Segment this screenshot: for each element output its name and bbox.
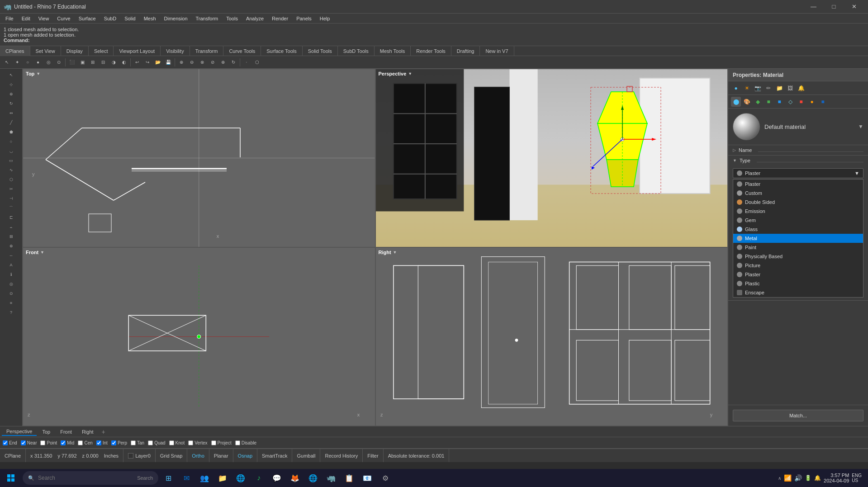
- tab-solid-tools[interactable]: Solid Tools: [303, 46, 338, 56]
- taskbar-chevron-icon[interactable]: ∧: [778, 476, 781, 481]
- tool-offset[interactable]: ⊏: [2, 213, 20, 222]
- toolbar-select-icon[interactable]: ↖: [2, 57, 12, 67]
- windows-start-button[interactable]: [3, 470, 19, 486]
- menu-analyze[interactable]: Analyze: [242, 15, 267, 22]
- prop-blue2-icon[interactable]: ■: [818, 97, 828, 107]
- snap-perp-checkbox[interactable]: [111, 440, 116, 445]
- toolbar-shade-icon[interactable]: ◑: [109, 57, 119, 67]
- menu-file[interactable]: File: [2, 15, 17, 22]
- toolbar-rotate-icon[interactable]: ↻: [228, 57, 238, 67]
- taskbar-rhino-icon[interactable]: 🦏: [323, 470, 339, 486]
- snap-knot[interactable]: Knot: [169, 440, 185, 445]
- snap-end-checkbox[interactable]: [3, 440, 8, 445]
- snap-cen[interactable]: Cen: [78, 440, 92, 445]
- taskbar-chrome-icon[interactable]: 🌐: [305, 470, 321, 486]
- snap-tan[interactable]: Tan: [131, 440, 144, 445]
- menu-surface[interactable]: Surface: [75, 15, 100, 22]
- snap-cen-checkbox[interactable]: [78, 440, 83, 445]
- tool-line[interactable]: ╱: [2, 118, 20, 127]
- type-option-double-sided[interactable]: Double Sided: [733, 198, 863, 207]
- tool-rotate[interactable]: ↻: [2, 99, 20, 108]
- menu-view[interactable]: View: [35, 15, 53, 22]
- menu-help[interactable]: Help: [316, 15, 334, 22]
- tool-scale[interactable]: ⇔: [2, 109, 20, 118]
- taskbar-outlook-icon[interactable]: 📧: [359, 470, 375, 486]
- toolbar-pan-icon[interactable]: ⊕: [218, 57, 228, 67]
- snap-mid-checkbox[interactable]: [61, 440, 66, 445]
- prop-image-icon[interactable]: 🖼: [785, 83, 795, 93]
- prop-blue-icon[interactable]: ■: [774, 97, 784, 107]
- tab-new-v7[interactable]: New in V7: [480, 46, 514, 56]
- toolbar-shade2-icon[interactable]: ◐: [119, 57, 129, 67]
- status-filter[interactable]: Filter: [363, 449, 383, 462]
- tab-drafting[interactable]: Drafting: [451, 46, 480, 56]
- prop-sphere-icon[interactable]: ⬤: [731, 97, 741, 107]
- tool-analyze[interactable]: ℹ: [2, 270, 20, 279]
- maximize-button[interactable]: □: [824, 0, 844, 14]
- status-smarttrack[interactable]: SmartTrack: [257, 449, 292, 462]
- viewport-right[interactable]: Right ▼: [375, 247, 728, 426]
- snap-point-checkbox[interactable]: [40, 440, 45, 445]
- type-option-plastic[interactable]: Plastic: [733, 279, 863, 288]
- snap-knot-checkbox[interactable]: [169, 440, 174, 445]
- viewport-tab-perspective[interactable]: Perspective: [2, 428, 37, 436]
- snap-project-checkbox[interactable]: [211, 440, 216, 445]
- type-option-custom[interactable]: Custom: [733, 189, 863, 198]
- viewport-top[interactable]: Top ▼: [23, 69, 375, 247]
- snap-vertex-checkbox[interactable]: [188, 440, 193, 445]
- tool-freeform[interactable]: ∿: [2, 165, 20, 175]
- type-option-plaster-top[interactable]: Plaster: [733, 180, 863, 189]
- close-button[interactable]: ✕: [844, 0, 864, 14]
- type-option-physically-based[interactable]: Physically Based: [733, 252, 863, 261]
- snap-quad[interactable]: Quad: [148, 440, 165, 445]
- tool-dim[interactable]: ↔: [2, 251, 20, 260]
- status-ortho[interactable]: Ortho: [187, 449, 209, 462]
- status-grid-snap[interactable]: Grid Snap: [156, 449, 188, 462]
- snap-vertex[interactable]: Vertex: [188, 440, 207, 445]
- taskbar-search-input[interactable]: [38, 475, 133, 481]
- tab-transform[interactable]: Transform: [190, 46, 224, 56]
- menu-solid[interactable]: Solid: [121, 15, 139, 22]
- toolbar-cube-icon[interactable]: ⬛: [67, 57, 77, 67]
- tool-poly[interactable]: ⬟: [2, 128, 20, 137]
- tool-boolean[interactable]: ⊕: [2, 241, 20, 251]
- snap-disable[interactable]: Disable: [235, 440, 256, 445]
- viewport-front[interactable]: Front ▼: [23, 247, 375, 426]
- tool-select2[interactable]: ⊹: [2, 80, 20, 89]
- taskbar-explorer-icon[interactable]: 📁: [214, 470, 231, 486]
- type-option-paint[interactable]: Paint: [733, 243, 863, 252]
- tool-arc[interactable]: ◡: [2, 147, 20, 156]
- toolbar-zoom2-icon[interactable]: ⊖: [187, 57, 197, 67]
- prop-sun-icon[interactable]: ☀: [742, 83, 752, 93]
- taskbar-clock[interactable]: 3:57 PM 2024-04-09: [824, 473, 849, 483]
- status-planar[interactable]: Planar: [209, 449, 233, 462]
- tab-curve-tools[interactable]: Curve Tools: [223, 46, 261, 56]
- taskbar-teams-icon[interactable]: 👥: [196, 470, 213, 486]
- tool-select[interactable]: ↖: [2, 71, 20, 80]
- snap-int-checkbox[interactable]: [96, 440, 101, 445]
- tab-surface-tools[interactable]: Surface Tools: [261, 46, 302, 56]
- snap-perp[interactable]: Perp: [111, 440, 127, 445]
- menu-panels[interactable]: Panels: [293, 15, 315, 22]
- menu-subd[interactable]: SubD: [100, 15, 120, 22]
- name-section-header[interactable]: ▷ Name: [728, 145, 868, 155]
- snap-tan-checkbox[interactable]: [131, 440, 136, 445]
- menu-tools[interactable]: Tools: [223, 15, 242, 22]
- tab-select[interactable]: Select: [89, 46, 114, 56]
- menu-transform[interactable]: Transform: [192, 15, 222, 22]
- tab-setview[interactable]: Set View: [30, 46, 61, 56]
- toolbar-open-icon[interactable]: 📂: [153, 57, 163, 67]
- toolbar-disk-icon[interactable]: ●: [33, 57, 43, 67]
- prop-color-icon[interactable]: ●: [731, 83, 741, 93]
- taskbar-firefox-icon[interactable]: 🦊: [287, 470, 303, 486]
- viewport-tab-right[interactable]: Right: [77, 428, 98, 435]
- prop-pencil-icon[interactable]: ✏: [764, 83, 773, 93]
- toolbar-points-icon[interactable]: ·: [242, 57, 251, 67]
- status-gumball[interactable]: Gumball: [292, 449, 320, 462]
- type-option-metal[interactable]: Metal: [733, 234, 863, 243]
- viewport-top-arrow[interactable]: ▼: [36, 71, 40, 76]
- type-option-emission[interactable]: Emission: [733, 207, 863, 216]
- taskbar-edge-icon[interactable]: 🌐: [232, 470, 249, 486]
- menu-edit[interactable]: Edit: [18, 15, 34, 22]
- tool-surface[interactable]: ⬡: [2, 175, 20, 184]
